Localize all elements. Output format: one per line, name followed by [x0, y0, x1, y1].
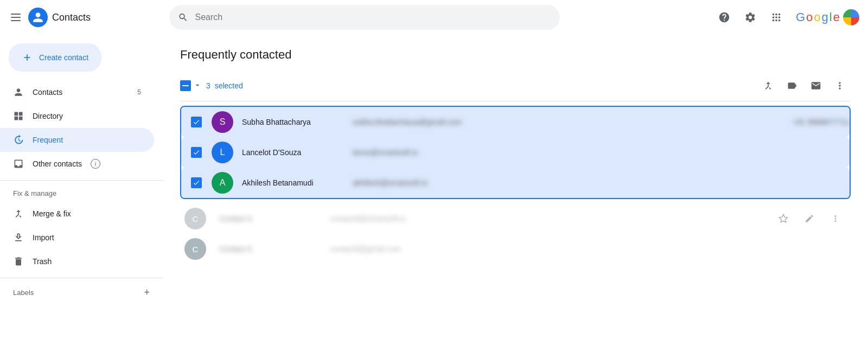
label-icon	[787, 80, 797, 91]
star-button-4[interactable]	[773, 208, 794, 229]
contact-row[interactable]: A Akhilesh Betanamudi akhilesh@smartsoft…	[181, 168, 850, 198]
search-icon	[178, 12, 188, 23]
sidebar-item-contacts[interactable]: Contacts 5	[0, 80, 154, 104]
star-icon	[778, 214, 788, 223]
inbox-icon	[13, 158, 24, 169]
contact-row[interactable]: C Contact 5 contact5@gmail.com	[180, 234, 851, 264]
main-layout: Create contact Contacts 5 Directory Freq…	[0, 35, 868, 352]
contact-name-2: Lancelot D'Souza	[233, 148, 353, 157]
merge-icon	[13, 208, 24, 219]
apps-grid-icon	[770, 11, 782, 23]
sidebar-item-other-contacts[interactable]: Other contacts i	[0, 152, 154, 176]
toolbar: 3 selected	[180, 71, 851, 101]
more-action-button[interactable]	[829, 75, 851, 97]
content-area: Frequently contacted 3 selected	[163, 35, 868, 352]
contacts-person-icon	[32, 11, 44, 23]
more-vert-icon	[834, 80, 845, 91]
topbar: Contacts G o o	[0, 0, 868, 35]
sidebar: Create contact Contacts 5 Directory Freq…	[0, 35, 163, 352]
email-icon	[810, 80, 821, 91]
sidebar-other-label: Other contacts	[33, 159, 82, 168]
selected-count-label: 3 selected	[206, 81, 243, 90]
contact-avatar-3: A	[212, 172, 233, 194]
contact-row[interactable]: L Lancelot D'Souza lance@smartsoft.io	[181, 137, 850, 168]
sidebar-item-trash[interactable]: Trash	[0, 249, 154, 273]
label-action-button[interactable]	[781, 75, 803, 97]
settings-icon	[744, 11, 756, 23]
page-title: Frequently contacted	[180, 48, 851, 62]
unselected-contacts: C Contact 4 contact4@smartsoft.io	[180, 203, 851, 264]
apps-button[interactable]	[765, 7, 787, 28]
chevron-down-icon	[193, 81, 202, 89]
contact-name-5: Contact 5	[210, 245, 330, 253]
sidebar-directory-label: Directory	[33, 112, 63, 120]
sidebar-item-directory[interactable]: Directory	[0, 104, 154, 128]
search-input[interactable]	[195, 12, 551, 22]
contact-name-1: Subha Bhattacharya	[233, 118, 353, 126]
contact-row[interactable]: C Contact 4 contact4@smartsoft.io	[180, 203, 851, 234]
more-button-4[interactable]	[825, 208, 846, 229]
google-badge-icon[interactable]	[843, 9, 859, 25]
contact-email-5: contact5@gmail.com	[330, 245, 851, 253]
selected-contacts-group: S Subha Bhattacharya subha.bhattacharya@…	[180, 106, 851, 199]
sidebar-trash-label: Trash	[33, 257, 52, 266]
brand-avatar	[28, 8, 48, 27]
selection-dropdown-button[interactable]	[191, 79, 204, 93]
sidebar-frequent-label: Frequent	[33, 136, 63, 144]
grid-icon	[13, 111, 24, 121]
email-action-button[interactable]	[805, 75, 827, 97]
labels-section: Labels +	[0, 283, 163, 303]
contact-avatar-4: C	[184, 208, 206, 229]
help-button[interactable]	[713, 7, 735, 28]
fix-manage-section-label: Fix & manage	[0, 185, 163, 202]
contact-checkbox-4[interactable]: C	[180, 208, 210, 229]
contact-checkbox-1[interactable]	[181, 117, 212, 127]
sidebar-contacts-label: Contacts	[33, 88, 62, 97]
create-contact-button[interactable]: Create contact	[9, 43, 101, 72]
contact-avatar-5: C	[184, 238, 206, 260]
create-contact-label: Create contact	[39, 53, 88, 62]
edit-icon	[805, 214, 814, 223]
contact-checkbox-2[interactable]	[181, 147, 212, 158]
app-title: Contacts	[52, 12, 91, 23]
menu-icon[interactable]	[9, 11, 22, 24]
sidebar-item-frequent[interactable]: Frequent	[0, 128, 154, 152]
contact-4-actions	[773, 208, 851, 229]
more-vert-icon	[831, 214, 840, 223]
contact-email-1: subha.bhattacharya@gmail.com	[353, 118, 780, 126]
add-label-button[interactable]: +	[144, 287, 150, 298]
merge-action-button[interactable]	[757, 75, 779, 97]
sidebar-item-merge[interactable]: Merge & fix	[0, 202, 154, 226]
edit-button-4[interactable]	[799, 208, 820, 229]
sidebar-divider	[0, 180, 163, 181]
info-icon: i	[91, 159, 100, 169]
brand-logo: Contacts	[28, 8, 91, 27]
google-logo: G o o g l e	[796, 9, 859, 25]
sidebar-item-import[interactable]: Import	[0, 226, 154, 249]
search-bar	[169, 5, 560, 30]
labels-label: Labels	[13, 289, 34, 297]
contact-phone-1: +91 9988877711	[793, 118, 850, 126]
toolbar-actions	[757, 75, 851, 97]
person-icon	[13, 87, 24, 98]
import-icon	[13, 232, 24, 243]
settings-button[interactable]	[739, 7, 761, 28]
sidebar-import-label: Import	[33, 233, 54, 242]
contact-checkbox-3[interactable]	[181, 177, 212, 188]
contact-name-3: Akhilesh Betanamudi	[233, 178, 353, 187]
contact-checkbox-5[interactable]: C	[180, 238, 210, 260]
check-icon	[193, 149, 200, 156]
trash-icon	[13, 256, 24, 267]
contact-email-2: lance@smartsoft.io	[353, 148, 850, 157]
help-icon	[718, 11, 730, 23]
sidebar-merge-label: Merge & fix	[33, 209, 71, 218]
contact-avatar-2: L	[212, 142, 233, 163]
check-icon	[193, 118, 200, 126]
check-icon	[193, 179, 200, 187]
contact-email-4: contact4@smartsoft.io	[330, 214, 773, 223]
topbar-left: Contacts	[9, 8, 91, 27]
merge-contacts-icon	[763, 80, 774, 91]
topbar-right: G o o g l e	[713, 7, 859, 28]
contact-row[interactable]: S Subha Bhattacharya subha.bhattacharya@…	[181, 107, 850, 137]
select-all-checkbox[interactable]	[180, 80, 191, 91]
